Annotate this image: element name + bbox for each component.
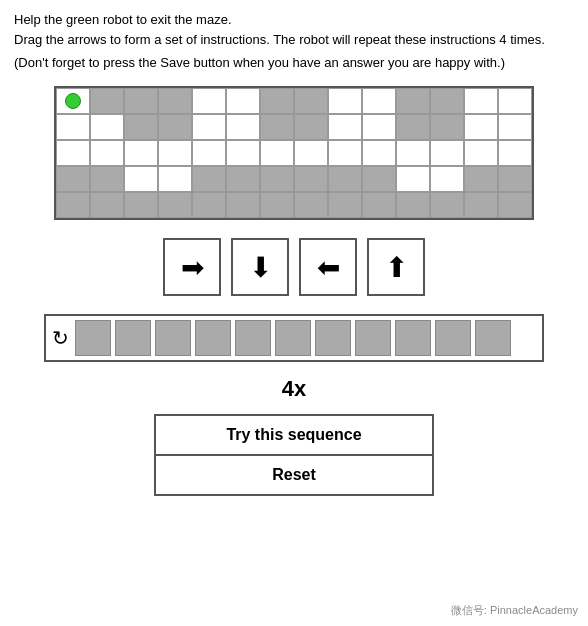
wall-cell (56, 192, 90, 218)
wall-cell (260, 192, 294, 218)
wall-cell (158, 114, 192, 140)
watermark: 微信号: PinnacleAcademy (451, 603, 578, 618)
wall-cell (430, 88, 464, 114)
wall-cell (260, 88, 294, 114)
instruction-note: (Don't forget to press the Save button w… (14, 55, 574, 70)
wall-cell (124, 88, 158, 114)
robot-dot (65, 93, 81, 109)
repeat-icon: ↻ (52, 326, 69, 350)
wall-cell (396, 114, 430, 140)
wall-cell (430, 192, 464, 218)
wall-cell (396, 88, 430, 114)
wall-cell (362, 166, 396, 192)
sequence-slot[interactable] (155, 320, 191, 356)
open-cell (226, 114, 260, 140)
wall-cell (226, 192, 260, 218)
wall-cell (294, 114, 328, 140)
sequence-slot[interactable] (435, 320, 471, 356)
repeat-label: 4x (14, 376, 574, 402)
wall-cell (90, 192, 124, 218)
arrows-container: ➡ ⬇ ⬅ ⬆ (14, 238, 574, 296)
robot-cell (56, 88, 90, 114)
open-cell (498, 140, 532, 166)
open-cell (124, 140, 158, 166)
sequence-container: ↻ (14, 314, 574, 362)
wall-cell (396, 192, 430, 218)
sequence-track: ↻ (44, 314, 544, 362)
wall-cell (158, 192, 192, 218)
open-cell (192, 114, 226, 140)
wall-cell (260, 166, 294, 192)
open-cell (192, 140, 226, 166)
open-cell (56, 114, 90, 140)
right-arrow-btn[interactable]: ➡ (163, 238, 221, 296)
wall-cell (294, 166, 328, 192)
open-cell (124, 166, 158, 192)
open-cell (498, 88, 532, 114)
open-cell (430, 140, 464, 166)
open-cell (396, 140, 430, 166)
open-cell (56, 140, 90, 166)
maze-container (14, 86, 574, 220)
wall-cell (294, 192, 328, 218)
sequence-slot[interactable] (75, 320, 111, 356)
open-cell (158, 166, 192, 192)
open-cell (260, 140, 294, 166)
sequence-slot[interactable] (315, 320, 351, 356)
wall-cell (362, 192, 396, 218)
open-cell (498, 114, 532, 140)
sequence-slot[interactable] (475, 320, 511, 356)
wall-cell (90, 166, 124, 192)
wall-cell (124, 114, 158, 140)
open-cell (158, 140, 192, 166)
wall-cell (328, 192, 362, 218)
down-arrow-btn[interactable]: ⬇ (231, 238, 289, 296)
wall-cell (56, 166, 90, 192)
sequence-slot[interactable] (115, 320, 151, 356)
sequence-slot[interactable] (355, 320, 391, 356)
sequence-slot[interactable] (235, 320, 271, 356)
open-cell (192, 88, 226, 114)
sequence-slot[interactable] (195, 320, 231, 356)
open-cell (362, 88, 396, 114)
buttons-container: Try this sequence Reset (154, 414, 434, 496)
open-cell (362, 140, 396, 166)
open-cell (464, 114, 498, 140)
try-sequence-button[interactable]: Try this sequence (154, 414, 434, 455)
reset-button[interactable]: Reset (154, 455, 434, 496)
maze-grid (54, 86, 534, 220)
open-cell (226, 140, 260, 166)
open-cell (464, 140, 498, 166)
sequence-cells (75, 320, 536, 356)
wall-cell (430, 114, 464, 140)
sequence-slot[interactable] (395, 320, 431, 356)
wall-cell (464, 166, 498, 192)
sequence-slot[interactable] (275, 320, 311, 356)
wall-cell (124, 192, 158, 218)
instructions: Help the green robot to exit the maze. D… (14, 10, 574, 49)
open-cell (294, 140, 328, 166)
instruction-line1: Help the green robot to exit the maze. (14, 10, 574, 30)
wall-cell (260, 114, 294, 140)
wall-cell (226, 166, 260, 192)
open-cell (90, 114, 124, 140)
open-cell (362, 114, 396, 140)
wall-cell (498, 192, 532, 218)
open-cell (396, 166, 430, 192)
wall-cell (498, 166, 532, 192)
open-cell (90, 140, 124, 166)
open-cell (464, 88, 498, 114)
open-cell (430, 166, 464, 192)
wall-cell (192, 192, 226, 218)
open-cell (328, 140, 362, 166)
open-cell (226, 88, 260, 114)
wall-cell (294, 88, 328, 114)
wall-cell (328, 166, 362, 192)
open-cell (328, 114, 362, 140)
up-arrow-btn[interactable]: ⬆ (367, 238, 425, 296)
wall-cell (464, 192, 498, 218)
instruction-line2: Drag the arrows to form a set of instruc… (14, 30, 574, 50)
wall-cell (158, 88, 192, 114)
wall-cell (90, 88, 124, 114)
left-arrow-btn[interactable]: ⬅ (299, 238, 357, 296)
